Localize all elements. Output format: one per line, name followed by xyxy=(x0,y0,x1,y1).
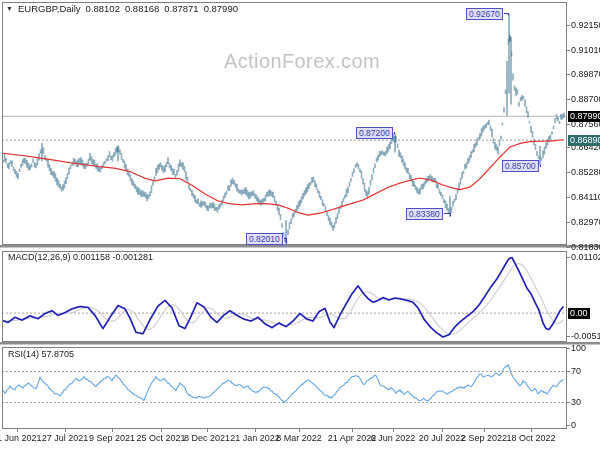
macd-zero-tag: 0.00 xyxy=(568,308,590,319)
symbol-dropdown-icon[interactable]: ▼ xyxy=(6,3,13,15)
price-annotation-label[interactable]: 0.82010 xyxy=(246,233,283,245)
x-axis-label: 18 Oct 2022 xyxy=(506,433,555,443)
x-axis-label: 27 Jul 2021 xyxy=(42,433,89,443)
x-axis-label: 9 Sep 2021 xyxy=(89,433,135,443)
x-axis-label: 6 Jun 2022 xyxy=(371,433,416,443)
price-axis-label: 0.91010 xyxy=(571,45,600,55)
price-axis-label: 0.89870 xyxy=(571,69,600,79)
rsi-axis-label: 70 xyxy=(571,366,581,376)
x-axis-label: 21 Jan 2022 xyxy=(230,433,280,443)
price-axis-label: 0.84110 xyxy=(571,192,600,202)
chart-header: ▼ EURGBP,Daily 0.88102 0.88168 0.87871 0… xyxy=(6,3,238,15)
x-axis-label: 21 Apr 2022 xyxy=(328,433,377,443)
price-axis-label: 0.85280 xyxy=(571,167,600,177)
rsi-axis-label: 30 xyxy=(571,397,581,407)
ohlc-open: 0.88102 xyxy=(86,3,120,15)
ohlc-low: 0.87871 xyxy=(164,3,198,15)
price-axis-label: 0.82970 xyxy=(571,217,600,227)
watermark: ActionForex.com xyxy=(224,50,380,73)
ohlc-close: 0.87990 xyxy=(204,3,238,15)
macd-axis-label: -0.005182 xyxy=(571,331,600,341)
chart-window: ▼ EURGBP,Daily 0.88102 0.88168 0.87871 0… xyxy=(0,0,600,450)
x-axis-label: 11 Jun 2021 xyxy=(0,433,41,443)
price-annotation-label[interactable]: 0.87200 xyxy=(356,127,393,139)
rsi-axis-label: 0 xyxy=(571,420,576,430)
price-axis-label: 0.81830 xyxy=(571,242,600,252)
price-annotation-label[interactable]: 0.92670 xyxy=(466,8,503,20)
current-price-tag: 0.87990 xyxy=(568,111,600,122)
ohlc-high: 0.88168 xyxy=(125,3,159,15)
rsi-axis-label: 100 xyxy=(571,343,586,353)
level-price-tag: 0.86890 xyxy=(568,135,600,146)
macd-axis-label: 0.011023 xyxy=(571,252,600,262)
rsi-panel-label: RSI(14) 57.8705 xyxy=(8,349,74,359)
macd-panel-label: MACD(12,26,9) 0.001158 -0.001281 xyxy=(8,252,153,262)
x-axis-label: 20 Jul 2022 xyxy=(419,433,466,443)
x-axis-label: 8 Dec 2021 xyxy=(184,433,230,443)
x-axis-label: 25 Oct 2021 xyxy=(136,433,185,443)
symbol-label: EURGBP,Daily xyxy=(18,3,81,15)
price-axis-label: 0.92150 xyxy=(571,20,600,30)
price-axis-label: 0.88700 xyxy=(571,94,600,104)
x-axis-label: 2 Sep 2022 xyxy=(461,433,507,443)
x-axis-label: 8 Mar 2022 xyxy=(276,433,322,443)
price-annotation-label[interactable]: 0.85700 xyxy=(502,160,539,172)
price-annotation-label[interactable]: 0.83380 xyxy=(406,208,443,220)
